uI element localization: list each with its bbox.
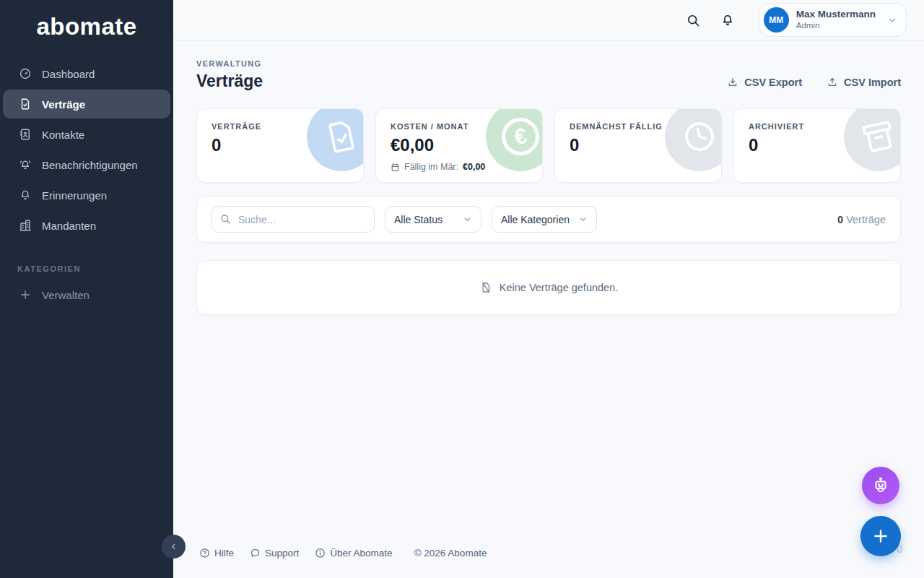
contract-count: 0 Verträge — [837, 214, 886, 225]
copyright: © 2026 Abomate — [414, 548, 487, 558]
footer-link-label: Support — [265, 548, 299, 558]
footer-link-ueber-abomate[interactable]: Über Abomate — [315, 548, 392, 558]
gauge-icon — [19, 67, 32, 80]
search-input[interactable] — [212, 206, 375, 233]
user-role: Admin — [796, 21, 876, 31]
search-button[interactable] — [679, 7, 707, 34]
notifications-button[interactable] — [714, 7, 741, 34]
upload-icon — [827, 77, 838, 88]
topbar: MM Max Mustermann Admin — [173, 0, 924, 40]
status-filter-select[interactable]: Alle Status — [385, 206, 481, 233]
bell-icon — [720, 13, 735, 27]
chat-bubble-icon — [250, 548, 261, 558]
sidebar-kategorien-nav: Verwalten — [0, 280, 173, 309]
sidebar: abomate Dashboard Verträge Kontakte — [0, 0, 173, 578]
contract-count-label: Verträge — [846, 214, 886, 225]
empty-state: Keine Verträge gefunden. — [196, 260, 901, 315]
category-filter-value: Alle Kategorien — [501, 214, 570, 225]
user-name: Max Mustermann — [796, 9, 876, 21]
main-area: MM Max Mustermann Admin VERWALTUNG Vertr… — [173, 0, 924, 578]
footer-link-label: Über Abomate — [330, 548, 392, 558]
avatar: MM — [764, 7, 789, 33]
stat-card-kosten: KOSTEN / MONAT €0,00 Fällig im Mär: €0,0… — [375, 108, 543, 183]
title-block: VERWALTUNG Verträge — [196, 59, 263, 91]
bell-icon — [19, 189, 32, 202]
help-circle-icon — [199, 548, 210, 558]
address-book-icon — [19, 128, 32, 141]
stat-card-vertraege: VERTRÄGE 0 — [196, 108, 364, 183]
sidebar-item-label: Verwalten — [42, 289, 90, 301]
title-row: VERWALTUNG Verträge CSV Export CS — [196, 59, 901, 91]
search-field-wrap — [212, 206, 375, 233]
logo-text: ab — [36, 13, 65, 40]
stat-card-archiviert: ARCHIVIERT 0 — [733, 108, 901, 183]
footer-link-label: Hilfe — [214, 548, 234, 558]
sidebar-item-label: Erinnerungen — [42, 189, 107, 202]
sidebar-item-label: Mandanten — [42, 220, 96, 232]
chevron-down-icon — [578, 215, 588, 224]
sidebar-item-verwalten[interactable]: Verwalten — [3, 280, 170, 309]
footer-link-hilfe[interactable]: Hilfe — [199, 548, 234, 558]
user-info: Max Mustermann Admin — [796, 9, 876, 31]
stat-card-demnaechst-faellig: DEMNÄCHST FÄLLIG 0 — [554, 108, 722, 183]
app-logo[interactable]: abomate — [36, 13, 136, 40]
stat-value: 0 — [749, 135, 886, 155]
logo-o-glyph: o — [65, 13, 80, 40]
app-root: abomate Dashboard Verträge Kontakte — [0, 0, 924, 578]
stat-label: ARCHIVIERT — [749, 122, 886, 131]
footer-link-support[interactable]: Support — [250, 548, 299, 558]
stat-label: VERTRÄGE — [212, 122, 349, 131]
csv-actions: CSV Export CSV Import — [727, 77, 901, 91]
chevron-down-icon — [463, 215, 472, 224]
chevron-left-icon — [169, 542, 178, 551]
info-circle-icon — [315, 548, 326, 558]
sidebar-section-kategorien: KATEGORIEN — [17, 264, 173, 273]
ai-assistant-button[interactable] — [862, 467, 899, 504]
status-filter-value: Alle Status — [394, 214, 443, 225]
sidebar-item-kontakte[interactable]: Kontakte — [3, 120, 170, 149]
plus-icon — [19, 288, 32, 301]
sidebar-collapse-button[interactable] — [162, 535, 186, 558]
bell-ring-icon — [19, 158, 32, 171]
content: VERWALTUNG Verträge CSV Export CS — [173, 40, 924, 578]
stats-row: VERTRÄGE 0 KOSTEN / MONAT €0,00 Fällig i… — [196, 108, 901, 183]
robot-icon — [871, 476, 890, 495]
sidebar-nav: Dashboard Verträge Kontakte Benachrichti… — [0, 59, 173, 240]
building-icon — [19, 219, 32, 232]
csv-import-label: CSV Import — [844, 77, 901, 88]
add-contract-button[interactable] — [860, 516, 901, 556]
user-menu[interactable]: MM Max Mustermann Admin — [759, 3, 907, 37]
stat-label: KOSTEN / MONAT — [391, 122, 528, 131]
sidebar-item-label: Kontakte — [42, 129, 84, 141]
empty-state-message: Keine Verträge gefunden. — [500, 282, 618, 293]
sidebar-item-erinnerungen[interactable]: Erinnerungen — [3, 181, 170, 210]
stat-sub-label: Fällig im Mär: — [404, 162, 458, 172]
stat-sub-value: €0,00 — [463, 162, 485, 172]
csv-import-button[interactable]: CSV Import — [827, 77, 901, 88]
csv-export-label: CSV Export — [744, 77, 802, 88]
search-icon — [686, 13, 700, 27]
sidebar-item-label: Benachrichtigungen — [42, 159, 138, 171]
stat-value: 0 — [570, 135, 707, 155]
stat-label: DEMNÄCHST FÄLLIG — [570, 122, 707, 131]
sidebar-item-benachrichtigungen[interactable]: Benachrichtigungen — [3, 150, 170, 179]
sidebar-item-vertraege[interactable]: Verträge — [3, 90, 170, 118]
stat-value: 0 — [212, 135, 349, 155]
contract-count-value: 0 — [837, 214, 843, 225]
filter-bar: Alle Status Alle Kategorien 0 Verträge — [196, 196, 901, 243]
plus-icon — [871, 527, 890, 545]
logo-text: mate — [80, 13, 137, 40]
csv-export-button[interactable]: CSV Export — [727, 77, 802, 88]
chevron-down-icon — [887, 15, 897, 25]
sidebar-item-dashboard[interactable]: Dashboard — [3, 59, 170, 88]
breadcrumb: VERWALTUNG — [196, 59, 263, 68]
file-slash-icon — [479, 281, 492, 294]
calendar-icon — [391, 163, 400, 172]
category-filter-select[interactable]: Alle Kategorien — [492, 206, 597, 233]
sidebar-item-label: Verträge — [42, 98, 85, 111]
download-icon — [727, 77, 738, 88]
stat-value: €0,00 — [391, 135, 528, 155]
page-title: Verträge — [196, 72, 263, 91]
sidebar-item-mandanten[interactable]: Mandanten — [3, 211, 170, 240]
stat-sub-faellig: Fällig im Mär: €0,00 — [391, 162, 528, 172]
